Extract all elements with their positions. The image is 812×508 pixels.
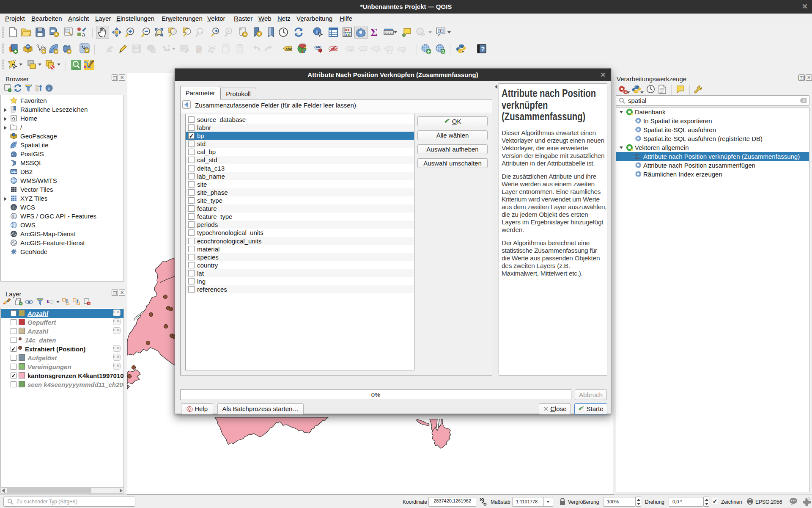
svg-text:DB2: DB2 <box>11 170 17 173</box>
svg-text:i: i <box>48 86 49 91</box>
svg-text:1:1: 1:1 <box>198 30 202 33</box>
svg-text:i: i <box>316 28 318 35</box>
svg-text:abc: abc <box>285 47 292 51</box>
svg-text:?: ? <box>481 45 485 52</box>
svg-text:T: T <box>439 29 442 33</box>
svg-text:ab: ab <box>316 45 320 49</box>
svg-text:a: a <box>82 32 85 37</box>
svg-text:V: V <box>12 215 14 218</box>
